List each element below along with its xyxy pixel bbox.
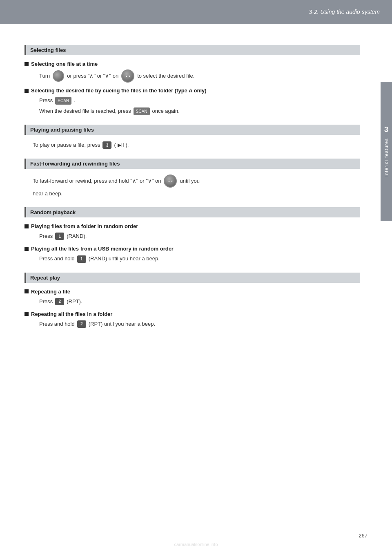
subsection-folder-random: Playing files from a folder in random or… bbox=[24, 223, 360, 229]
subsection-usb-random: Playing all the files from a USB memory … bbox=[24, 246, 360, 252]
play-pause-symbol: ▶II bbox=[118, 141, 124, 149]
subsection-selecting-desired: Selecting the desired file by cueing the… bbox=[24, 87, 360, 94]
page-number: 267 bbox=[359, 533, 368, 539]
logo-watermark: carmanualsonline.info bbox=[174, 542, 218, 547]
tune-file-knob bbox=[53, 70, 64, 82]
subsection-repeat-folder: Repeating all the files in a folder bbox=[24, 311, 360, 317]
sidebar-number: 3 bbox=[384, 125, 388, 134]
section-fast-forwarding: Fast-forwarding and rewinding files bbox=[24, 159, 360, 169]
header-title: 3-2. Using the audio system bbox=[309, 9, 380, 15]
subsection-repeat-file: Repeating a file bbox=[24, 289, 360, 295]
bullet-icon bbox=[24, 62, 29, 66]
section-playing-pausing: Playing and pausing files bbox=[24, 125, 360, 135]
section-random-playback: Random playback bbox=[24, 207, 360, 217]
folder-random-content: Press 1 (RAND). bbox=[24, 232, 360, 241]
section-selecting-files: Selecting files bbox=[24, 45, 360, 55]
bullet-icon-2 bbox=[24, 89, 29, 93]
scan-button: SCAN bbox=[55, 97, 71, 105]
rpt-button: 2 bbox=[55, 298, 64, 305]
bullet-icon-4 bbox=[24, 247, 29, 251]
selecting-desired-content: Press SCAN . When the desired file is re… bbox=[24, 96, 360, 116]
scan-button-2: SCAN bbox=[134, 107, 150, 115]
sidebar-label: Interior features bbox=[384, 138, 389, 177]
selecting-one-content: Turn or press "∧" or "∨" on to select th… bbox=[24, 69, 360, 83]
usb-random-content: Press and hold 1 (RAND) until you hear a… bbox=[24, 254, 360, 263]
fast-forward-content: To fast-forward or rewind, press and hol… bbox=[24, 175, 360, 198]
seek-track-button bbox=[121, 69, 134, 83]
seek-track-button-2 bbox=[164, 175, 177, 188]
repeat-file-content: Press 2 (RPT). bbox=[24, 297, 360, 306]
right-sidebar: 3 Interior features bbox=[381, 82, 392, 221]
section-repeat-play: Repeat play bbox=[24, 273, 360, 283]
rand-button: 1 bbox=[55, 233, 64, 240]
repeat-folder-content: Press and hold 2 (RPT) until you hear a … bbox=[24, 320, 360, 329]
rand-button-2: 1 bbox=[77, 255, 86, 263]
bullet-icon-5 bbox=[24, 289, 29, 293]
rpt-button-2: 2 bbox=[77, 320, 86, 328]
play-button: 3 bbox=[102, 141, 111, 149]
bullet-icon-6 bbox=[24, 312, 29, 316]
header-banner: 3-2. Using the audio system bbox=[0, 0, 392, 24]
main-content: Selecting files Selecting one file at a … bbox=[0, 24, 381, 348]
playing-pausing-content: To play or pause a file, press 3 ( ▶II )… bbox=[24, 141, 360, 150]
subsection-selecting-one: Selecting one file at a time bbox=[24, 61, 360, 67]
bullet-icon-3 bbox=[24, 224, 29, 228]
